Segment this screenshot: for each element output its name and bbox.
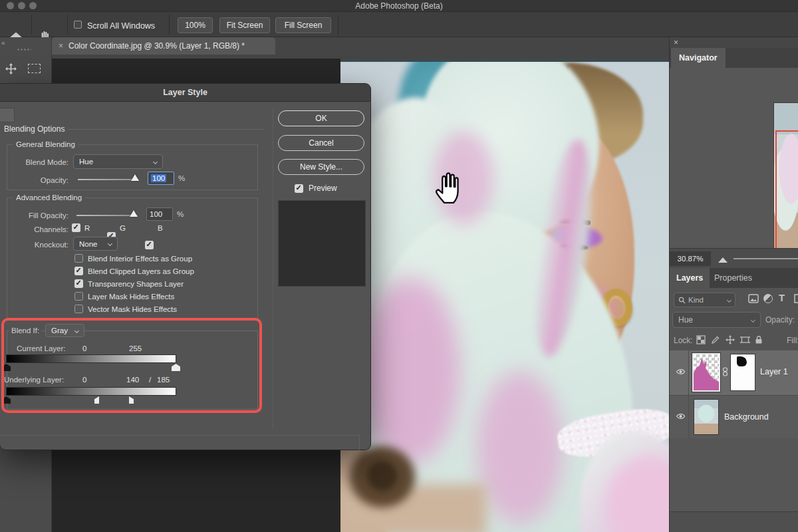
navigator-header: × xyxy=(670,37,798,48)
channel-r-checkbox[interactable] xyxy=(72,223,80,232)
filter-shape-layers-icon[interactable] xyxy=(794,294,798,303)
channel-b-checkbox[interactable] xyxy=(145,241,154,249)
opacity-value: 100 xyxy=(151,174,166,182)
photo-shape xyxy=(360,278,460,464)
marquee-tool-icon[interactable] xyxy=(28,64,41,73)
divider xyxy=(68,129,263,130)
new-style-button[interactable]: New Style... xyxy=(278,159,364,175)
opacity-value-field[interactable]: 100 xyxy=(148,172,174,185)
collapse-panel-icon[interactable]: « xyxy=(1,39,5,47)
opacity-slider[interactable] xyxy=(78,179,139,180)
option-row: Blend Interior Effects as Group xyxy=(74,254,192,263)
navigator-proxy-rectangle[interactable] xyxy=(775,130,798,255)
lock-all-icon[interactable] xyxy=(755,335,763,344)
transparency-shapes-layer-checkbox[interactable] xyxy=(74,279,83,288)
layer-opacity-label: Opacity: xyxy=(765,315,795,325)
tab-layers[interactable]: Layers xyxy=(670,268,710,288)
layer-row-background[interactable]: Background xyxy=(670,395,798,438)
lock-transparent-pixels-icon[interactable] xyxy=(696,335,706,344)
hand-cursor-icon xyxy=(432,170,464,205)
navigator-zoom-slider[interactable] xyxy=(733,258,798,259)
blend-if-highlight-annotation xyxy=(1,318,262,413)
layer1-thumbnail[interactable] xyxy=(692,353,720,392)
option-label: Blend Interior Effects as Group xyxy=(88,255,192,263)
canvas-image[interactable] xyxy=(340,59,669,532)
move-tool-icon[interactable] xyxy=(5,63,17,74)
document-tab-bar: × Color Coordinate.jpg @ 30.9% (Layer 1,… xyxy=(52,37,669,59)
divider xyxy=(688,350,689,395)
scroll-all-windows-label: Scroll All Windows xyxy=(87,21,155,31)
lock-label: Lock: xyxy=(674,336,693,345)
search-icon xyxy=(678,297,686,304)
fill-screen-button[interactable]: Fill Screen xyxy=(275,17,331,33)
option-label: Blend Clipped Layers as Group xyxy=(88,267,194,275)
lock-image-pixels-brush-icon[interactable] xyxy=(711,335,720,344)
right-panel-dock: × Navigator 30.87% Layers Properties Kin… xyxy=(669,37,798,532)
filter-kind-label: Kind xyxy=(688,296,704,304)
blend-mode-dropdown[interactable]: Hue xyxy=(73,154,163,169)
photo-shape xyxy=(340,59,669,62)
blend-interior-effects-checkbox[interactable] xyxy=(74,254,83,263)
cancel-button[interactable]: Cancel xyxy=(278,135,364,151)
layer-blend-mode-dropdown[interactable]: Hue xyxy=(672,312,761,328)
navigator-zoom-field[interactable]: 30.87% xyxy=(670,251,711,266)
zoom-100-button[interactable]: 100% xyxy=(178,17,213,33)
tab-navigator[interactable]: Navigator xyxy=(671,48,726,68)
document-tab[interactable]: × Color Coordinate.jpg @ 30.9% (Layer 1,… xyxy=(52,37,275,55)
close-panel-icon[interactable]: × xyxy=(674,38,678,47)
filter-type-layers-icon[interactable]: T xyxy=(779,293,785,303)
fill-opacity-value-field[interactable]: 100 xyxy=(146,207,173,221)
zoom-out-icon[interactable] xyxy=(718,257,728,263)
filter-adjustment-layers-icon[interactable] xyxy=(763,294,773,303)
tab-close-icon[interactable]: × xyxy=(59,41,63,51)
background-thumbnail[interactable] xyxy=(694,399,719,435)
layers-blend-row: Hue Opacity: xyxy=(670,309,798,331)
visibility-eye-icon[interactable] xyxy=(675,412,686,420)
advanced-blending-legend: Advanced Blending xyxy=(13,194,85,201)
dialog-titlebar[interactable]: Layer Style xyxy=(0,84,370,102)
lock-artboard-icon[interactable] xyxy=(740,335,750,344)
background-name[interactable]: Background xyxy=(724,412,769,422)
chevron-down-icon xyxy=(153,159,158,164)
photo-shape xyxy=(477,371,563,524)
mask-link-icon[interactable] xyxy=(722,367,728,376)
vector-mask-hides-effects-checkbox[interactable] xyxy=(74,305,83,313)
layer-mask-hides-effects-checkbox[interactable] xyxy=(74,292,83,301)
styles-list-stub xyxy=(0,108,15,122)
option-label: Vector Mask Hides Effects xyxy=(88,305,177,313)
opacity-slider-thumb[interactable] xyxy=(131,174,139,181)
filter-kind-dropdown[interactable]: Kind xyxy=(674,293,735,307)
panel-grip-icon[interactable] xyxy=(17,48,31,51)
layer1-name[interactable]: Layer 1 xyxy=(760,367,788,376)
lock-position-move-icon[interactable] xyxy=(726,335,735,344)
tab-properties[interactable]: Properties xyxy=(708,268,759,288)
layer-row-layer1[interactable]: Layer 1 xyxy=(670,350,798,395)
fill-opacity-slider[interactable] xyxy=(76,215,138,216)
preview-swatch xyxy=(278,200,366,287)
fill-opacity-slider-thumb[interactable] xyxy=(130,210,138,217)
filter-pixel-layers-icon[interactable] xyxy=(748,294,759,303)
blend-mode-label: Blend Mode: xyxy=(0,158,68,166)
fill-opacity-label: Fill Opacity: xyxy=(0,211,68,219)
fill-opacity-value: 100 xyxy=(150,210,162,218)
blend-clipped-layers-checkbox[interactable] xyxy=(74,267,83,275)
opacity-unit: % xyxy=(178,174,185,182)
layers-panel-footer xyxy=(670,511,798,532)
scroll-all-windows-checkbox[interactable] xyxy=(74,21,82,29)
preview-checkbox[interactable] xyxy=(295,184,303,193)
visibility-eye-icon[interactable] xyxy=(675,368,686,376)
fit-screen-button[interactable]: Fit Screen xyxy=(219,17,270,33)
toolbar-divider xyxy=(169,15,170,35)
option-label: Transparency Shapes Layer xyxy=(88,280,184,288)
option-row: Transparency Shapes Layer xyxy=(74,279,184,288)
layer1-mask-thumbnail[interactable] xyxy=(730,354,755,391)
photo-shape xyxy=(367,461,397,491)
channel-b-label: B xyxy=(158,224,163,232)
ok-button[interactable]: OK xyxy=(278,110,364,126)
fill-label: Fill: xyxy=(787,336,798,345)
knockout-dropdown[interactable]: None xyxy=(73,237,118,251)
navigator-content xyxy=(670,68,798,248)
layers-filter-row: Kind T xyxy=(670,288,798,309)
channel-g-label: G xyxy=(120,224,126,232)
photoshop-window: Adobe Photoshop (Beta) Scroll All Window… xyxy=(0,0,798,532)
